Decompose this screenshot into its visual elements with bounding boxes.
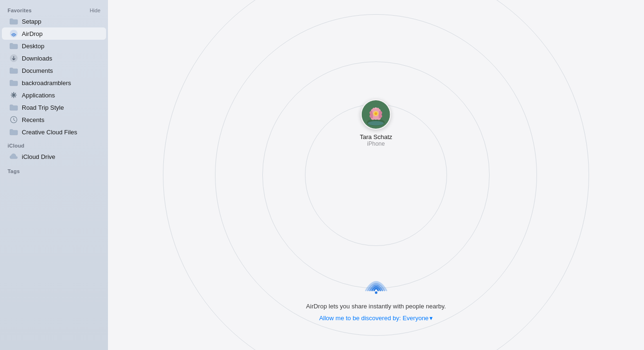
folder-icon-desktop <box>9 42 18 50</box>
sidebar-item-downloads[interactable]: Downloads <box>2 52 106 64</box>
tags-section: Tags <box>0 166 108 176</box>
contact-name: Tara Schatz <box>360 133 393 140</box>
contact-device: iPhone <box>367 140 385 147</box>
sidebar-item-applications-label: Applications <box>22 92 55 99</box>
sidebar-item-documents[interactable]: Documents <box>2 64 106 77</box>
folder-icon-roadtrip <box>9 103 18 112</box>
sidebar-item-backroadramblers-label: backroadramblers <box>22 79 71 87</box>
tags-header: Tags <box>0 166 108 176</box>
icloud-section: iCloud iCloud Drive <box>0 140 108 163</box>
folder-icon <box>9 17 18 26</box>
sidebar-item-airdrop-label: AirDrop <box>22 30 43 37</box>
sidebar-item-icloud-label: iCloud Drive <box>22 153 55 160</box>
airdrop-main-icon <box>359 265 393 298</box>
sidebar-item-creativecloud-label: Creative Cloud Files <box>22 129 77 136</box>
downloads-icon <box>9 54 18 62</box>
sidebar-item-recents-label: Recents <box>22 116 45 123</box>
airdrop-description: AirDrop lets you share instantly with pe… <box>306 303 446 310</box>
sidebar-item-icloud-drive[interactable]: iCloud Drive <box>2 150 106 163</box>
hide-button[interactable]: Hide <box>89 8 100 13</box>
svg-point-1 <box>13 36 14 37</box>
recents-icon <box>9 115 18 124</box>
icloud-header: iCloud <box>0 140 108 150</box>
airdrop-bottom-section: AirDrop lets you share instantly with pe… <box>306 265 446 322</box>
sidebar-item-desktop[interactable]: Desktop <box>2 40 106 52</box>
folder-icon-cc <box>9 128 18 136</box>
main-content: Tara Schatz iPhone AirDrop lets you shar… <box>108 0 644 350</box>
applications-icon <box>9 91 18 99</box>
svg-point-18 <box>375 112 377 115</box>
folder-icon-backroad <box>9 79 18 87</box>
sidebar-item-documents-label: Documents <box>22 67 53 74</box>
sidebar-item-setapp-label: Setapp <box>22 18 41 25</box>
svg-point-19 <box>368 121 384 125</box>
tags-label: Tags <box>8 168 20 174</box>
icloud-label: iCloud <box>8 143 25 149</box>
sidebar-item-backroadramblers[interactable]: backroadramblers <box>2 77 106 89</box>
sidebar-item-desktop-label: Desktop <box>22 43 45 50</box>
sidebar-item-downloads-label: Downloads <box>22 55 52 62</box>
sidebar-item-roadtrip-label: Road Trip Style <box>22 104 64 111</box>
cloud-icon <box>9 152 18 161</box>
contact-avatar <box>361 99 391 130</box>
sidebar-item-setapp[interactable]: Setapp <box>2 15 106 27</box>
sidebar-item-creativecloud[interactable]: Creative Cloud Files <box>2 126 106 138</box>
airdrop-discovery-link[interactable]: Allow me to be discovered by: Everyone▾ <box>319 315 433 322</box>
folder-icon-documents <box>9 66 18 75</box>
contact-card[interactable]: Tara Schatz iPhone <box>360 99 393 147</box>
favorites-header: Favorites Hide <box>0 5 108 15</box>
sidebar-item-applications[interactable]: Applications <box>2 89 106 101</box>
airdrop-sidebar-icon <box>9 29 18 38</box>
sidebar-item-airdrop[interactable]: AirDrop <box>2 27 106 40</box>
sidebar: Favorites Hide Setapp AirDrop <box>0 0 108 350</box>
sidebar-item-roadtrip[interactable]: Road Trip Style <box>2 101 106 114</box>
svg-point-20 <box>375 291 377 294</box>
sidebar-item-recents[interactable]: Recents <box>2 114 106 126</box>
favorites-label: Favorites <box>8 8 32 13</box>
